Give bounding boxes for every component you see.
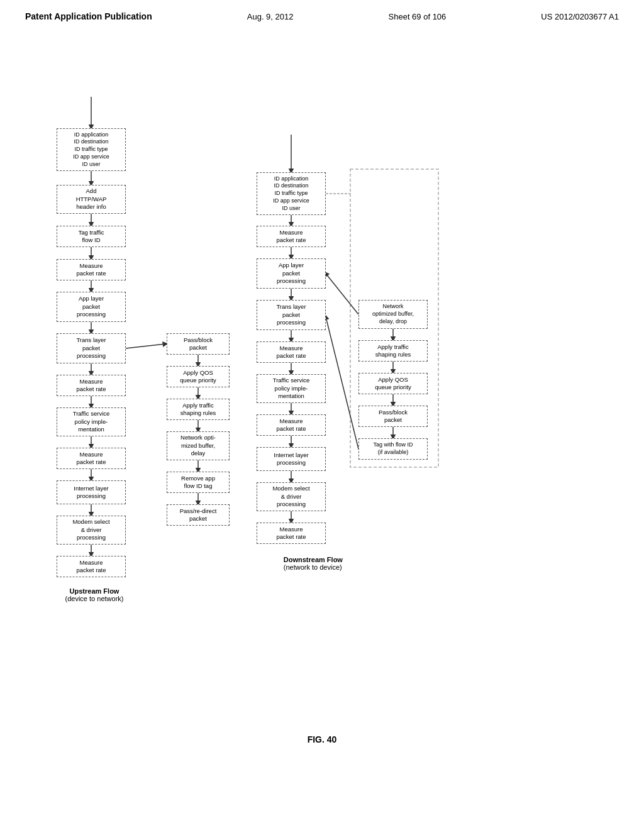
right-box-r2: Apply traffic shaping rules	[358, 340, 428, 362]
middle-box-m1: Pass/block packet	[167, 333, 230, 355]
downstream-box-d6: Traffic service policy imple- mentation	[257, 374, 326, 403]
middle-box-m2: Apply QOS queue priority	[167, 366, 230, 387]
upstream-box-u2: Add HTTP/WAP header info	[57, 185, 126, 214]
upstream-box-u1: ID application ID destination ID traffic…	[57, 128, 126, 171]
upstream-box-u5: App layer packet processing	[57, 292, 126, 322]
downstream-box-d3: App layer packet processing	[257, 258, 326, 289]
downstream-flow-label: Downstream Flow (network to device)	[257, 556, 370, 571]
svg-line-32	[326, 317, 358, 449]
downstream-box-d10: Measure packet rate	[257, 523, 326, 544]
downstream-box-d7: Measure packet rate	[257, 414, 326, 436]
upstream-box-u6: Trans layer packet processing	[57, 333, 126, 363]
header-left: Patent Application Publication	[25, 11, 152, 21]
upstream-box-u8: Traffic service policy imple- mentation	[57, 407, 126, 436]
middle-box-m5: Remove app flow ID tag	[167, 472, 230, 493]
middle-box-m6: Pass/re-direct packet	[167, 504, 230, 526]
middle-box-m3: Apply traffic shaping rules	[167, 399, 230, 420]
fig-label: FIG. 40	[0, 734, 644, 744]
diagram-area: ID application ID destination ID traffic…	[0, 34, 644, 763]
page-header: Patent Application Publication Aug. 9, 2…	[0, 0, 644, 28]
upstream-box-u7: Measure packet rate	[57, 375, 126, 396]
upstream-box-u11: Modem select & driver processing	[57, 516, 126, 545]
upstream-box-u12: Measure packet rate	[57, 556, 126, 577]
right-box-r3: Apply QOS queue priority	[358, 373, 428, 394]
upstream-box-u3: Tag traffic flow ID	[57, 226, 126, 247]
right-box-r1: Network optimized buffer, delay, drop	[358, 300, 428, 329]
downstream-box-d2: Measure packet rate	[257, 226, 326, 247]
downstream-box-d5: Measure packet rate	[257, 341, 326, 363]
downstream-box-d8: Internet layer processing	[257, 447, 326, 471]
downstream-box-d4: Trans layer packet processing	[257, 300, 326, 330]
upstream-box-u10: Internet layer processing	[57, 480, 126, 504]
downstream-box-d9: Modem select & driver processing	[257, 482, 326, 511]
upstream-box-u9: Measure packet rate	[57, 448, 126, 469]
header-right: US 2012/0203677 A1	[541, 12, 619, 21]
header-sheet: Sheet 69 of 106	[389, 12, 447, 21]
upstream-box-u4: Measure packet rate	[57, 259, 126, 280]
downstream-box-d1: ID application ID destination ID traffic…	[257, 172, 326, 215]
svg-line-33	[326, 274, 358, 314]
right-box-r4: Pass/block packet	[358, 406, 428, 427]
header-middle: Aug. 9, 2012	[247, 12, 294, 21]
svg-line-16	[126, 344, 165, 348]
upstream-flow-label: Upstream Flow(device to network)	[60, 587, 129, 602]
right-box-r5: Tag with flow ID (if available)	[358, 438, 428, 460]
middle-box-m4: Network opti- mized buffer, delay	[167, 431, 230, 460]
